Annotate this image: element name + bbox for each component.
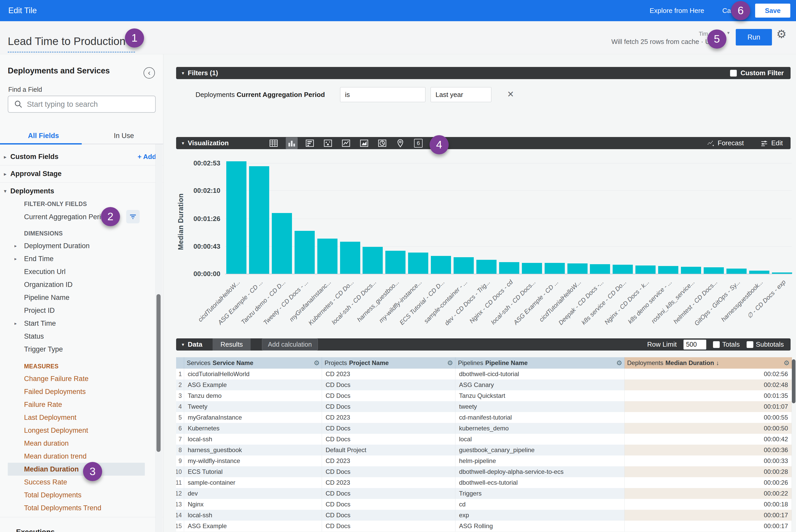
bar[interactable] (613, 265, 633, 274)
bar[interactable] (363, 247, 383, 274)
filters-section-header[interactable]: ▾ Filters (1) Custom Filter (176, 67, 791, 79)
column-header[interactable]: PipelinesPipeline Name⚙ (456, 357, 625, 368)
bar[interactable] (704, 267, 724, 274)
measure-item[interactable]: Success Rate (0, 476, 156, 489)
bar[interactable] (453, 257, 474, 274)
dimension-item[interactable]: Trigger Type (0, 343, 156, 356)
bar[interactable] (408, 252, 428, 274)
table-row[interactable]: 10ECS TutorialCD Docsdbothwell-deploy-al… (176, 466, 792, 477)
table-row[interactable]: 3Tanzu demoCD DocsTanzu Quickstart00:01:… (176, 390, 792, 401)
run-button[interactable]: Run (736, 29, 772, 45)
partial-group-label[interactable]: Executions (16, 528, 55, 532)
measure-item[interactable]: Change Failure Rate (0, 372, 156, 385)
bar[interactable] (340, 242, 360, 274)
table-row[interactable]: 5myGrafanaInstanceCD 2023cd-manifest-tut… (176, 412, 792, 423)
table-row[interactable]: 7local-sshCD Docslocal00:00:42 (176, 434, 792, 444)
dimension-item[interactable]: Execution Url (0, 265, 156, 278)
bar[interactable] (749, 271, 770, 274)
dimension-item[interactable]: ▸Start Time (0, 317, 156, 330)
bar[interactable] (499, 262, 519, 274)
timezone-dropdown[interactable]: Tim (699, 31, 708, 37)
field-search-input[interactable] (27, 100, 141, 109)
bar-chart[interactable]: Median Duration 00:00:0000:00:4300:01:26… (163, 149, 796, 338)
column-header[interactable]: ProjectsProject Name⚙ (322, 357, 456, 368)
viz-area-chart-icon[interactable] (358, 137, 370, 149)
measure-item[interactable]: Total Deployments (0, 489, 156, 501)
measure-item[interactable]: Longest Deployment (0, 424, 156, 437)
explore-from-here-link[interactable]: Explore from Here (650, 7, 704, 15)
bar[interactable] (317, 239, 337, 274)
table-row[interactable]: 2ASG ExampleCD DocsASG Canary00:02:48 (176, 379, 792, 390)
table-row[interactable]: 6KubernetesCD Docskubernetes_demo00:00:5… (176, 423, 792, 434)
bar[interactable] (272, 213, 292, 274)
column-gear-icon[interactable]: ⚙ (783, 359, 790, 367)
measure-item[interactable]: Mean duration trend (0, 450, 156, 463)
bar[interactable] (226, 161, 246, 274)
add-custom-field-link[interactable]: + Add (137, 153, 156, 161)
table-row[interactable]: 13NginxCD Docscd00:00:18 (176, 499, 792, 510)
measure-item[interactable]: Mean duration (0, 437, 156, 450)
subtotals-checkbox[interactable] (746, 341, 753, 348)
sidebar-scrollbar-thumb[interactable] (156, 294, 161, 452)
viz-column-chart-icon[interactable] (286, 137, 298, 149)
custom-filter-checkbox[interactable] (730, 70, 737, 77)
tab-all-fields[interactable]: All Fields (28, 132, 59, 140)
sidebar-scrollbar[interactable] (155, 144, 163, 532)
group-custom-fields[interactable]: ▸ Custom Fields + Add (0, 148, 163, 166)
tab-in-use[interactable]: In Use (114, 132, 134, 140)
filter-value-select[interactable]: Last year (430, 87, 492, 102)
bar[interactable] (431, 256, 451, 274)
results-tab[interactable]: Results (212, 338, 251, 350)
dimension-item[interactable]: Organization ID (0, 278, 156, 291)
dimension-item[interactable]: Status (0, 330, 156, 343)
filter-operator-select[interactable]: is (340, 87, 425, 102)
table-row[interactable]: 4TweetyCD Docstweety00:01:07 (176, 401, 792, 412)
dimension-item[interactable]: Pipeline Name (0, 291, 156, 304)
column-gear-icon[interactable]: ⚙ (314, 359, 320, 367)
viz-bar-chart-icon[interactable] (304, 137, 316, 149)
edit-viz-button[interactable]: Edit (760, 139, 783, 147)
measure-item[interactable]: Median Duration (8, 463, 145, 476)
column-header[interactable]: ServicesService Name⚙ (184, 357, 322, 368)
bar[interactable] (544, 263, 565, 274)
viz-map-icon[interactable] (394, 137, 406, 149)
column-gear-icon[interactable]: ⚙ (616, 359, 622, 367)
measure-item[interactable]: Failed Deployments (0, 385, 156, 398)
dimension-item[interactable]: ▸End Time (0, 252, 156, 265)
viz-table-icon[interactable] (268, 137, 280, 149)
bar[interactable] (295, 231, 315, 274)
table-row[interactable]: 12devCD DocsTriggers00:00:22 (176, 488, 792, 499)
bar[interactable] (681, 267, 701, 274)
group-deployments[interactable]: ▾ Deployments 2 (0, 183, 163, 200)
measure-item[interactable]: Total Deployments Trend (0, 501, 156, 514)
bar[interactable] (249, 166, 269, 274)
column-gear-icon[interactable]: ⚙ (447, 359, 453, 367)
bar[interactable] (476, 260, 497, 274)
bar[interactable] (385, 251, 406, 274)
table-scrollbar-thumb[interactable] (792, 359, 795, 403)
forecast-button[interactable]: Forecast (707, 139, 744, 147)
bar[interactable] (590, 264, 610, 274)
table-row[interactable]: 15ASG ExampleCD DocsASG Rolling00:00:17 (176, 520, 792, 531)
measure-item[interactable]: Last Deployment (0, 411, 156, 424)
table-row[interactable]: 8harness_guestbookDefault Projectguestbo… (176, 444, 792, 455)
bar[interactable] (726, 269, 746, 274)
custom-filter-toggle[interactable]: Custom Filter (730, 69, 784, 77)
bar[interactable] (522, 263, 542, 274)
measure-item[interactable]: Failure Rate (0, 398, 156, 411)
filter-field-button[interactable] (126, 210, 140, 223)
group-approval-stage[interactable]: ▸ Approval Stage (0, 166, 163, 183)
viz-line-chart-icon[interactable] (340, 137, 352, 149)
collapse-sidebar-icon[interactable]: ‹ (144, 67, 155, 79)
bar[interactable] (658, 266, 678, 274)
viz-single-value-icon[interactable]: 6 (412, 137, 424, 149)
bar[interactable] (568, 263, 588, 274)
table-row[interactable]: 11sample-containerCD 2023dbothwell-ecs-t… (176, 477, 792, 488)
table-row[interactable]: 9my-wildfly-instanceCD 2023helm-pipeline… (176, 455, 792, 466)
table-row[interactable]: 1cicdTutorialHelloWorldCD 2023dbothwell-… (176, 368, 792, 379)
dimension-item[interactable]: Project ID (0, 304, 156, 317)
bar[interactable] (635, 265, 655, 274)
tile-title-input[interactable]: Lead Time to Production (8, 35, 126, 48)
viz-pie-chart-icon[interactable] (376, 137, 388, 149)
totals-checkbox[interactable] (713, 341, 720, 348)
